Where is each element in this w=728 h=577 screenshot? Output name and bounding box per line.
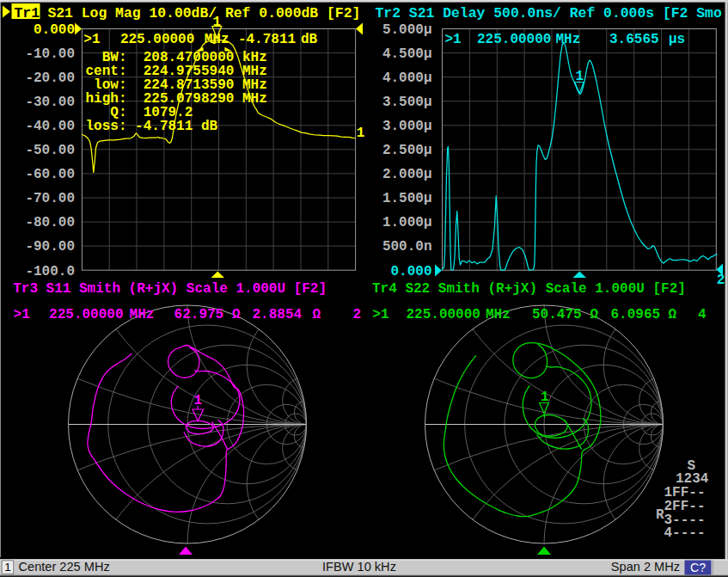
svg-text:6.0965: 6.0965 — [611, 307, 661, 322]
svg-text:-80.00: -80.00 — [25, 215, 75, 230]
svg-text:3.500µ: 3.500µ — [382, 95, 432, 110]
svg-text:>1: >1 — [14, 307, 30, 322]
svg-text:4.500µ: 4.500µ — [382, 46, 432, 62]
svg-text:4----: 4---- — [664, 525, 706, 541]
svg-text:Ω: Ω — [590, 307, 599, 322]
svg-text:Tr2 S21 Delay 500.0ns/ Ref 0.0: Tr2 S21 Delay 500.0ns/ Ref 0.000s [F2 Sm… — [376, 5, 722, 21]
svg-text:Tr3 S11 Smith (R+jX) Scale 1.0: Tr3 S11 Smith (R+jX) Scale 1.000U [F2] — [13, 281, 327, 297]
svg-text:MHz: MHz — [205, 32, 229, 47]
svg-text:>1: >1 — [372, 307, 388, 322]
svg-text:>1: >1 — [445, 32, 462, 47]
svg-text:µs: µs — [669, 32, 685, 47]
svg-text:1: 1 — [357, 126, 365, 141]
svg-text:1: 1 — [213, 15, 222, 30]
svg-text:2.8854: 2.8854 — [253, 307, 303, 322]
svg-text:-70.00: -70.00 — [25, 191, 75, 206]
svg-text:R: R — [656, 507, 664, 523]
svg-text:62.975: 62.975 — [174, 307, 224, 322]
svg-text:Span 2 MHz: Span 2 MHz — [611, 560, 680, 574]
svg-text:dB: dB — [301, 32, 318, 47]
svg-text:C?: C? — [690, 561, 706, 574]
svg-text:IFBW 10 kHz: IFBW 10 kHz — [322, 560, 396, 574]
svg-text:1.500µ: 1.500µ — [382, 191, 432, 206]
svg-text:3.000µ: 3.000µ — [382, 119, 432, 134]
svg-text:3.6565: 3.6565 — [609, 32, 659, 47]
svg-text:5.000µ: 5.000µ — [382, 22, 432, 38]
svg-text:>1: >1 — [83, 32, 100, 47]
svg-text:-90.00: -90.00 — [25, 239, 75, 255]
svg-text:-10.00: -10.00 — [25, 46, 75, 62]
svg-text:1: 1 — [576, 69, 584, 84]
svg-text:S21 Log Mag 10.00dB/ Ref 0.000: S21 Log Mag 10.00dB/ Ref 0.000dB [F2] — [47, 5, 360, 21]
svg-text:4: 4 — [698, 307, 707, 322]
svg-text:-30.00: -30.00 — [25, 95, 75, 110]
svg-text:Tr1: Tr1 — [15, 5, 40, 21]
svg-text:Center 225 MHz: Center 225 MHz — [19, 560, 110, 574]
svg-text:1.000µ: 1.000µ — [382, 215, 432, 230]
svg-text:2: 2 — [717, 273, 725, 288]
svg-text:Ω: Ω — [232, 307, 241, 322]
svg-text:225.00000: 225.00000 — [120, 32, 194, 47]
svg-text:-50.00: -50.00 — [25, 143, 75, 158]
svg-text:2.500µ: 2.500µ — [382, 143, 432, 158]
svg-text:0.000: 0.000 — [34, 22, 75, 38]
svg-text:0.000: 0.000 — [390, 264, 431, 279]
svg-text:Ω: Ω — [669, 307, 677, 322]
svg-text:50.475: 50.475 — [532, 307, 582, 322]
svg-text:loss: -4.7811 dB: loss: -4.7811 dB — [86, 119, 218, 134]
svg-text:Ω: Ω — [313, 307, 321, 322]
svg-text:MHz: MHz — [486, 307, 511, 322]
svg-text:-4.7811: -4.7811 — [238, 32, 296, 47]
svg-text:500.0n: 500.0n — [382, 239, 432, 255]
svg-text:2: 2 — [352, 307, 361, 322]
svg-text:4.000µ: 4.000µ — [382, 71, 432, 86]
svg-text:MHz: MHz — [130, 307, 155, 322]
svg-text:225.00000: 225.00000 — [49, 307, 123, 322]
svg-text:1: 1 — [4, 561, 11, 574]
svg-text:-60.00: -60.00 — [25, 167, 75, 182]
svg-text:-20.00: -20.00 — [25, 71, 75, 86]
svg-text:-40.00: -40.00 — [25, 119, 75, 134]
svg-text:2.000µ: 2.000µ — [382, 167, 432, 182]
svg-text:MHz: MHz — [556, 32, 581, 47]
svg-text:225.00000: 225.00000 — [477, 32, 551, 47]
svg-text:Tr4 S22 Smith (R+jX) Scale 1.0: Tr4 S22 Smith (R+jX) Scale 1.000U [F2] — [372, 281, 686, 297]
svg-text:225.00000: 225.00000 — [407, 307, 480, 322]
svg-text:-100.0: -100.0 — [25, 264, 75, 279]
